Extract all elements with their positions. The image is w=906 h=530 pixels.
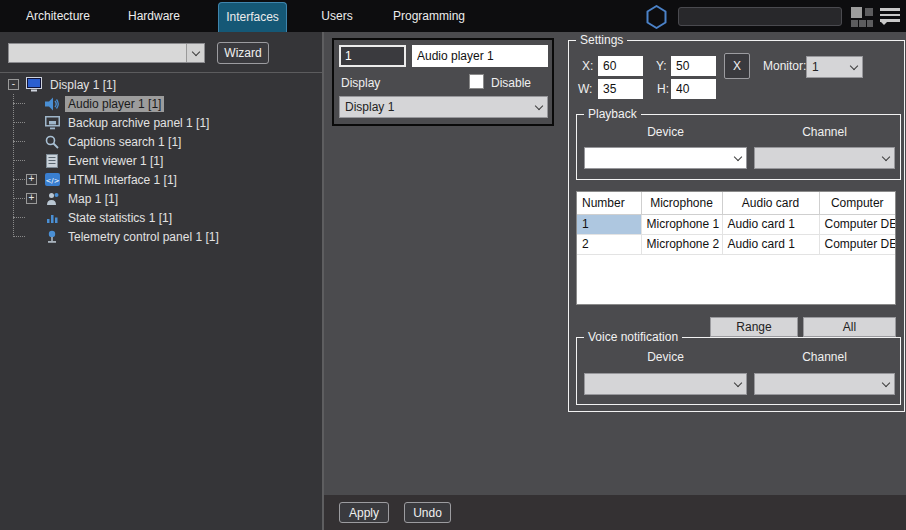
all-button[interactable]: All xyxy=(803,317,896,337)
search-input[interactable] xyxy=(678,7,842,26)
cell-computer[interactable]: Computer DES.. xyxy=(819,234,895,254)
map-icon xyxy=(43,192,61,206)
tree-item-label: State statistics 1 [1] xyxy=(65,210,175,226)
display-select[interactable]: Display 1 xyxy=(339,96,548,118)
microphones-table[interactable]: Number Microphone Audio card Computer 1 … xyxy=(576,191,896,305)
expand-icon[interactable]: + xyxy=(26,193,37,204)
tree-item-label: HTML Interface 1 [1] xyxy=(65,172,180,188)
expand-icon[interactable]: + xyxy=(26,174,37,185)
telemetry-control-icon xyxy=(43,230,61,244)
cell-audio-card[interactable]: Audio card 1 xyxy=(722,234,819,254)
w-label: W: xyxy=(578,82,592,96)
cell-computer[interactable]: Computer DES.. xyxy=(819,214,895,234)
playback-channel-select[interactable] xyxy=(754,147,895,169)
hamburger-menu-icon[interactable] xyxy=(880,8,900,26)
cell-number[interactable]: 2 xyxy=(577,234,641,254)
tree-item-label: Captions search 1 [1] xyxy=(65,134,184,150)
h-field[interactable] xyxy=(671,79,716,99)
table-row[interactable]: 1 Microphone 1 Audio card 1 Computer DES… xyxy=(577,214,895,234)
disable-checkbox[interactable] xyxy=(469,74,484,89)
voice-channel-label: Channel xyxy=(754,350,895,364)
monitor-select-value: 1 xyxy=(812,60,851,74)
y-field[interactable] xyxy=(671,56,716,76)
playback-legend: Playback xyxy=(584,107,641,121)
tree-item-captions-search[interactable]: Captions search 1 [1] xyxy=(26,132,320,151)
x-field[interactable] xyxy=(598,56,643,76)
chevron-down-icon[interactable] xyxy=(186,44,204,62)
wizard-button[interactable]: Wizard xyxy=(217,42,269,64)
chevron-down-icon xyxy=(535,101,543,109)
tab-architecture[interactable]: Architecture xyxy=(10,0,106,32)
objects-tree: - Display 1 [1] xyxy=(4,75,320,246)
tree-item-label: Backup archive panel 1 [1] xyxy=(65,115,212,131)
display-icon xyxy=(25,77,43,92)
tree-item-label: Map 1 [1] xyxy=(65,191,121,207)
layouts-grid-icon[interactable] xyxy=(851,7,873,27)
w-field[interactable] xyxy=(598,79,643,99)
undo-button[interactable]: Undo xyxy=(404,502,451,523)
tree-item-telemetry-control-panel[interactable]: Telemetry control panel 1 [1] xyxy=(26,227,320,246)
objects-tree-panel: Wizard - Display 1 [1] xyxy=(0,32,322,530)
tree-item-label: Display 1 [1] xyxy=(47,77,119,93)
cell-audio-card[interactable]: Audio card 1 xyxy=(722,214,819,234)
tree-item-backup-archive-panel[interactable]: Backup archive panel 1 [1] xyxy=(26,113,320,132)
chevron-down-icon xyxy=(882,152,890,160)
object-settings-panel: Display Disable Display 1 Settings X: Y:… xyxy=(322,32,906,530)
col-microphone[interactable]: Microphone xyxy=(641,192,722,214)
voice-device-select[interactable] xyxy=(584,373,747,395)
col-number[interactable]: Number xyxy=(577,192,641,214)
settings-legend: Settings xyxy=(576,33,627,47)
monitor-label: Monitor: xyxy=(763,59,806,73)
tree-item-html-interface[interactable]: + </> HTML Interface 1 [1] xyxy=(26,170,320,189)
tree-item-audio-player[interactable]: Audio player 1 [1] xyxy=(26,94,320,113)
voice-device-label: Device xyxy=(584,350,747,364)
backup-archive-icon xyxy=(43,116,61,130)
top-nav-bar: Architecture Hardware Interfaces Users P… xyxy=(0,0,906,32)
table-row[interactable]: 2 Microphone 2 Audio card 1 Computer DES… xyxy=(577,234,895,254)
voice-notification-legend: Voice notification xyxy=(584,330,682,344)
tree-item-state-statistics[interactable]: State statistics 1 [1] xyxy=(26,208,320,227)
monitor-select[interactable]: 1 xyxy=(806,56,863,78)
tree-item-event-viewer[interactable]: Event viewer 1 [1] xyxy=(26,151,320,170)
playback-channel-label: Channel xyxy=(754,125,895,139)
object-identity-box: Display Disable Display 1 xyxy=(332,38,554,126)
range-button[interactable]: Range xyxy=(710,317,798,337)
cell-microphone[interactable]: Microphone 2 xyxy=(641,234,722,254)
tab-interfaces[interactable]: Interfaces xyxy=(218,2,287,32)
state-statistics-icon xyxy=(43,212,61,224)
display-label: Display xyxy=(341,76,380,90)
x-label: X: xyxy=(582,59,593,73)
tree-item-label: Telemetry control panel 1 [1] xyxy=(65,229,222,245)
tree-item-label: Audio player 1 [1] xyxy=(65,96,164,112)
collapse-icon[interactable]: - xyxy=(8,79,19,90)
footer-bar: Apply Undo xyxy=(324,495,906,530)
object-id-field[interactable] xyxy=(339,45,406,67)
cell-microphone[interactable]: Microphone 1 xyxy=(641,214,722,234)
settings-group: Settings X: Y: X Monitor: 1 W: H: Playba… xyxy=(568,40,905,412)
tab-programming[interactable]: Programming xyxy=(384,0,474,32)
chevron-down-icon xyxy=(850,61,858,69)
voice-notification-group: Voice notification Device Channel xyxy=(576,337,901,405)
cell-number[interactable]: 1 xyxy=(577,214,641,234)
tree-item-map[interactable]: + Map 1 [1] xyxy=(26,189,320,208)
preset-combobox[interactable] xyxy=(8,43,205,63)
svg-text:</>: </> xyxy=(45,177,59,185)
tree-item-display[interactable]: - Display 1 [1] xyxy=(8,75,320,94)
voice-channel-select[interactable] xyxy=(754,373,895,395)
tree-item-label: Event viewer 1 [1] xyxy=(65,153,166,169)
object-name-field[interactable] xyxy=(412,45,548,67)
playback-device-select[interactable] xyxy=(584,147,747,169)
tree-children: Audio player 1 [1] Backup archive panel … xyxy=(4,94,320,246)
tab-users[interactable]: Users xyxy=(300,0,374,32)
apply-button[interactable]: Apply xyxy=(339,502,389,523)
hexagon-logo-icon xyxy=(644,4,669,33)
table-header-row: Number Microphone Audio card Computer xyxy=(577,192,895,214)
audio-player-icon xyxy=(43,97,61,111)
col-audio-card[interactable]: Audio card xyxy=(722,192,819,214)
clear-coordinates-button[interactable]: X xyxy=(724,53,750,79)
tab-hardware[interactable]: Hardware xyxy=(106,0,202,32)
col-computer[interactable]: Computer xyxy=(819,192,895,214)
tree-panel-header: Wizard xyxy=(0,32,322,73)
chevron-down-icon xyxy=(734,152,742,160)
event-viewer-icon xyxy=(43,154,61,168)
